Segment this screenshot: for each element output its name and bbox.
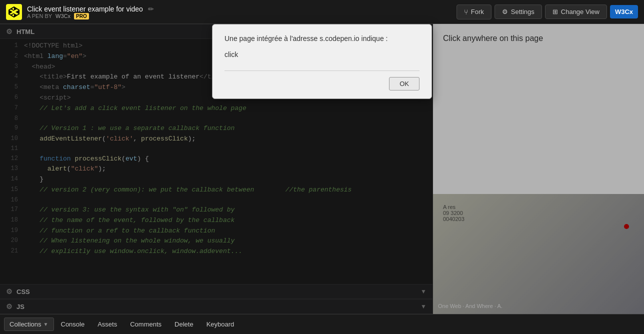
page-title: Click event listener example for video ✏ (27, 5, 456, 13)
collections-dropdown-arrow: ▼ (44, 322, 48, 327)
svg-marker-3 (9, 10, 12, 14)
edit-icon[interactable]: ✏ (148, 5, 154, 13)
keyboard-button[interactable]: Keyboard (200, 318, 240, 330)
dialog-overlay: Une page intégrée à l'adresse s.codepen.… (0, 24, 644, 314)
collections-button[interactable]: Collections ▼ (4, 318, 54, 331)
dialog-box: Une page intégrée à l'adresse s.codepen.… (212, 24, 432, 99)
author-name: W3Cx (56, 13, 70, 19)
codepen-logo-icon (8, 6, 20, 18)
dialog-message: click (224, 50, 420, 60)
collections-label: Collections (10, 320, 42, 328)
dialog-title: Une page intégrée à l'adresse s.codepen.… (224, 34, 420, 42)
header: Click event listener example for video ✏… (0, 0, 644, 24)
pen-author: A PEN BY W3Cx PRO (27, 13, 456, 19)
fork-icon: ⑂ (464, 8, 468, 16)
change-view-button[interactable]: ⊞ Change View (545, 4, 607, 19)
change-view-icon: ⊞ (552, 8, 558, 16)
fork-button[interactable]: ⑂ Fork (456, 4, 492, 20)
svg-marker-4 (16, 10, 19, 14)
comments-button[interactable]: Comments (124, 318, 168, 330)
console-button[interactable]: Console (55, 318, 91, 330)
pro-badge: PRO (74, 13, 89, 20)
header-actions: ⑂ Fork ⚙ Settings ⊞ Change View W3Cx (456, 4, 638, 20)
content-wrapper: ⚙ HTML 1 <!DOCTYPE html> 2 <html lang="e… (0, 24, 644, 314)
dialog-ok-button[interactable]: OK (389, 77, 420, 90)
settings-button[interactable]: ⚙ Settings (494, 4, 542, 19)
logo (6, 4, 22, 20)
w3cx-button[interactable]: W3Cx (610, 5, 638, 18)
bottom-toolbar: Collections ▼ Console Assets Comments De… (0, 314, 644, 334)
settings-icon: ⚙ (502, 8, 508, 16)
dialog-actions: OK (224, 77, 420, 90)
svg-line-6 (11, 14, 14, 15)
svg-line-5 (11, 9, 14, 10)
delete-button[interactable]: Delete (168, 318, 200, 330)
assets-button[interactable]: Assets (92, 318, 123, 330)
dialog-divider (224, 70, 420, 71)
